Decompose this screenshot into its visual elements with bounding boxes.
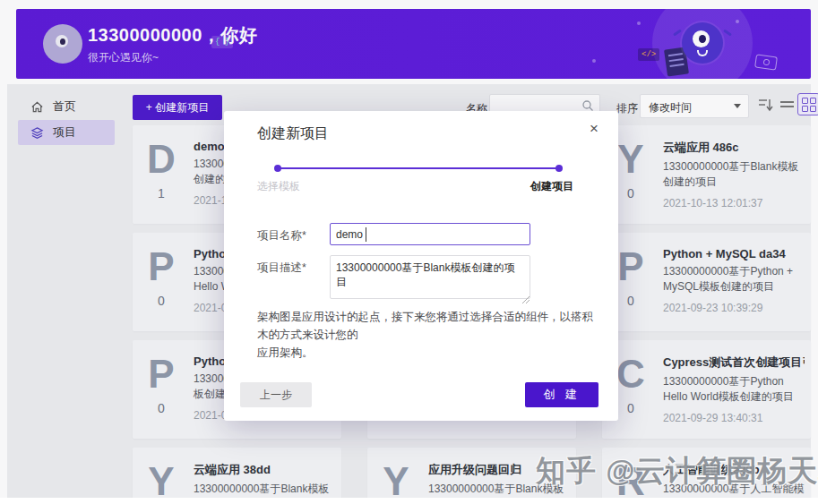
bottom-edge <box>0 498 818 504</box>
previous-step-button[interactable]: 上一步 <box>240 382 312 407</box>
create-project-dialog: 创建新项目 × 选择模板 创建项目 项目名称* 项目描述* 1330000000… <box>224 111 618 421</box>
step-dot-create <box>555 165 563 172</box>
text-cursor <box>366 227 366 242</box>
project-name-label: 项目名称* <box>257 228 306 243</box>
close-icon[interactable]: × <box>590 120 598 138</box>
create-submit-button[interactable]: 创 建 <box>525 382 598 407</box>
step-label-template: 选择模板 <box>257 179 300 194</box>
architecture-hint-text: 架构图是应用设计的起点，接下来您将通过选择合适的组件，以搭积木的方式来设计您的 … <box>257 308 599 362</box>
project-name-field-wrap <box>330 223 530 245</box>
project-desc-label: 项目描述* <box>257 261 306 276</box>
app-window: 13300000000，你好 很开心遇见你~ </> { } 首页 项目 <box>0 0 818 504</box>
project-name-input[interactable] <box>331 224 530 244</box>
stepper-track <box>278 167 559 169</box>
step-label-create: 创建项目 <box>530 179 573 194</box>
project-desc-textarea[interactable]: 13300000000基于Blank模板创建的项目 <box>330 255 530 299</box>
step-dot-template <box>274 165 281 172</box>
dialog-title: 创建新项目 <box>257 124 329 143</box>
